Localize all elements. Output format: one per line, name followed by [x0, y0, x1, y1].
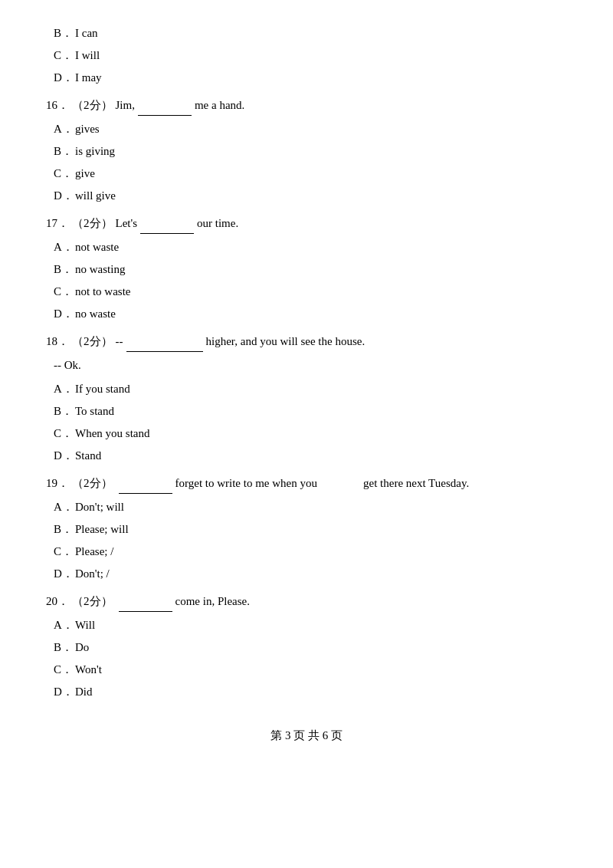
option-text: Did [75, 682, 93, 702]
option-15c: C． I will [54, 45, 567, 66]
option-letter: B． [54, 141, 75, 162]
option-letter: C． [54, 659, 75, 680]
option-letter: A． [54, 119, 75, 140]
option-18d: D． Stand [54, 446, 567, 466]
option-17b: B． no wasting [54, 259, 567, 280]
option-letter: C． [54, 423, 75, 444]
option-18c: C． When you stand [54, 423, 567, 444]
option-text: no wasting [75, 259, 125, 280]
option-text: Will [75, 615, 95, 636]
option-20d: D． Did [54, 682, 567, 702]
option-text: not to waste [75, 281, 131, 302]
question-text: Jim, me a hand. [116, 94, 245, 116]
question-19: 19． （2分） forget to write to me when you … [46, 472, 567, 584]
option-text: Don't; will [75, 497, 124, 518]
option-text: not waste [75, 237, 119, 258]
option-19a: A． Don't; will [54, 497, 567, 518]
option-text: Won't [75, 659, 102, 680]
question-text: come in, Please. [116, 590, 250, 612]
option-letter: C． [54, 541, 75, 562]
question-text: -- higher, and you will see the house. [116, 330, 366, 352]
question-19-line: 19． （2分） forget to write to me when you … [46, 472, 567, 494]
option-text: Do [75, 637, 89, 658]
question-16: 16． （2分） Jim, me a hand. A． gives B． is … [46, 94, 567, 206]
option-letter: D． [54, 682, 75, 702]
option-15b: B． I can [54, 23, 567, 44]
question-16-line: 16． （2分） Jim, me a hand. [46, 94, 567, 116]
option-18a: A． If you stand [54, 379, 567, 399]
option-letter: A． [54, 379, 75, 399]
option-16c: C． give [54, 163, 567, 184]
option-text: I can [75, 23, 98, 44]
option-text: will give [75, 186, 116, 206]
option-19d: D． Don't; / [54, 564, 567, 584]
option-20a: A． Will [54, 615, 567, 636]
option-letter: D． [54, 67, 75, 88]
option-letter: C． [54, 281, 75, 302]
option-text: Please; / [75, 541, 113, 562]
option-letter: B． [54, 401, 75, 422]
option-letter: D． [54, 304, 75, 324]
option-letter: B． [54, 259, 75, 280]
question-number: 20． [46, 591, 69, 612]
page-footer: 第 3 页 共 6 页 [46, 725, 567, 746]
option-18b: B． To stand [54, 401, 567, 422]
option-letter: A． [54, 497, 75, 518]
question-18-line: 18． （2分） -- higher, and you will see the… [46, 330, 567, 352]
option-19c: C． Please; / [54, 541, 567, 562]
dialogue-line: -- Ok. [54, 355, 567, 376]
option-text: I may [75, 67, 102, 88]
question-score: （2分） [72, 95, 113, 116]
option-text: Stand [75, 446, 101, 466]
option-17c: C． not to waste [54, 281, 567, 302]
option-letter: B． [54, 23, 75, 44]
option-19b: B． Please; will [54, 519, 567, 540]
option-text: is giving [75, 141, 115, 162]
question-17: 17． （2分） Let's our time. A． not waste B．… [46, 212, 567, 324]
option-text: give [75, 163, 95, 184]
option-16d: D． will give [54, 186, 567, 206]
option-text: Please; will [75, 519, 129, 540]
question-number: 18． [46, 331, 69, 352]
question-score: （2分） [72, 331, 113, 352]
question-text: Let's our time. [116, 212, 239, 234]
option-text: When you stand [75, 423, 149, 444]
option-17a: A． not waste [54, 237, 567, 258]
option-letter: B． [54, 637, 75, 658]
question-17-line: 17． （2分） Let's our time. [46, 212, 567, 234]
option-letter: D． [54, 564, 75, 584]
question-score: （2分） [72, 473, 113, 494]
option-16b: B． is giving [54, 141, 567, 162]
option-text: gives [75, 119, 100, 140]
option-20c: C． Won't [54, 659, 567, 680]
option-text: I will [75, 45, 100, 66]
option-text: Don't; / [75, 564, 110, 584]
option-20b: B． Do [54, 637, 567, 658]
option-15d: D． I may [54, 67, 567, 88]
option-letter: A． [54, 237, 75, 258]
option-text: To stand [75, 401, 114, 422]
option-text: If you stand [75, 379, 130, 399]
question-18: 18． （2分） -- higher, and you will see the… [46, 330, 567, 466]
question-number: 19． [46, 473, 69, 494]
question-score: （2分） [72, 591, 113, 612]
option-letter: D． [54, 186, 75, 206]
question-text: forget to write to me when you get there… [116, 472, 470, 494]
question-15-tail: B． I can C． I will D． I may [46, 23, 567, 88]
question-score: （2分） [72, 213, 113, 234]
question-number: 17． [46, 213, 69, 234]
footer-text: 第 3 页 共 6 页 [270, 729, 343, 741]
option-letter: C． [54, 45, 75, 66]
question-20-line: 20． （2分） come in, Please. [46, 590, 567, 612]
question-number: 16． [46, 95, 69, 116]
option-letter: B． [54, 519, 75, 540]
option-letter: C． [54, 163, 75, 184]
option-17d: D． no waste [54, 304, 567, 324]
option-letter: A． [54, 615, 75, 636]
option-text: no waste [75, 304, 116, 324]
option-16a: A． gives [54, 119, 567, 140]
option-letter: D． [54, 446, 75, 466]
question-20: 20． （2分） come in, Please. A． Will B． Do … [46, 590, 567, 702]
